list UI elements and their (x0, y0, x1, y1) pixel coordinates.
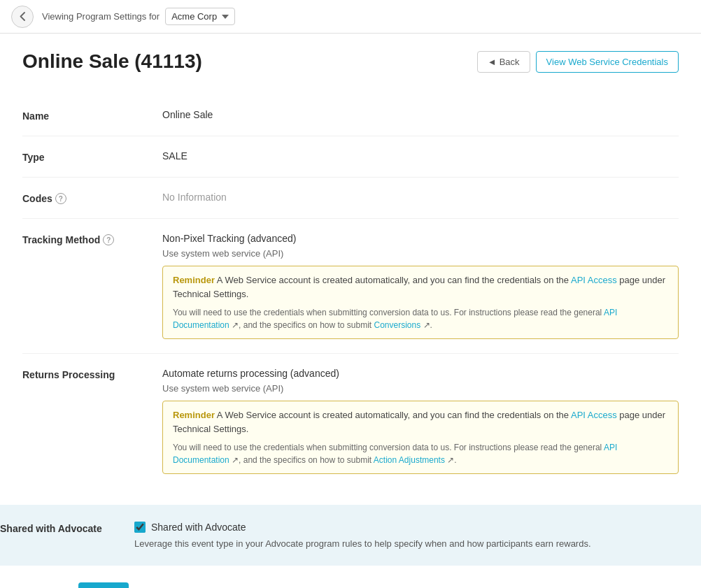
tracking-reminder-note: You will need to use the credentials whe… (173, 306, 668, 331)
tracking-help-icon[interactable]: ? (103, 234, 114, 245)
shared-description: Leverage this event type in your Advocat… (134, 538, 701, 549)
action-row: Cancel Save (0, 582, 701, 588)
returns-value: Automate returns processing (advanced) U… (162, 368, 679, 474)
codes-field-row: Codes ? No Information (22, 178, 679, 219)
title-row: Online Sale (41113) ◄ Back View Web Serv… (22, 50, 679, 73)
program-select[interactable]: Acme Corp (165, 8, 235, 25)
tracking-conversions-link[interactable]: Conversions (374, 320, 421, 330)
type-value: SALE (162, 150, 679, 162)
codes-label: Codes ? (22, 192, 162, 204)
ext-icon-2: ↗ (420, 320, 430, 330)
shared-checkbox-label[interactable]: Shared with Advocate (151, 522, 246, 533)
tracking-value: Non-Pixel Tracking (advanced) Use system… (162, 233, 679, 339)
codes-value: No Information (162, 192, 679, 203)
ext-icon-1: ↗ (229, 320, 239, 330)
back-arrow-button[interactable] (11, 6, 34, 28)
tracking-label: Tracking Method ? (22, 233, 162, 245)
name-field-row: Name Online Sale (22, 95, 679, 136)
type-label: Type (22, 150, 162, 163)
back-button[interactable]: ◄ Back (477, 51, 530, 73)
shared-advocate-checkbox[interactable] (134, 522, 146, 533)
type-field-row: Type SALE (22, 136, 679, 178)
returns-adjustments-link[interactable]: Action Adjustments (374, 455, 445, 465)
page-title: Online Sale (41113) (22, 50, 202, 73)
ext-icon-3: ↗ (229, 455, 239, 465)
shared-field-row: Shared with Advocate Shared with Advocat… (0, 522, 701, 549)
tracking-reminder-label: Reminder (173, 275, 215, 285)
name-label: Name (22, 109, 162, 122)
main-content: Online Sale (41113) ◄ Back View Web Serv… (0, 34, 701, 505)
returns-reminder-label: Reminder (173, 410, 215, 420)
shared-advocate-section: Shared with Advocate Shared with Advocat… (0, 505, 701, 566)
tracking-sub-label: Use system web service (API) (162, 248, 679, 259)
tracking-field-row: Tracking Method ? Non-Pixel Tracking (ad… (22, 219, 679, 354)
returns-sub-label: Use system web service (API) (162, 383, 679, 394)
viewing-label: Viewing Program Settings for (42, 11, 160, 22)
view-credentials-button[interactable]: View Web Service Credentials (536, 51, 679, 73)
top-bar: Viewing Program Settings for Acme Corp (0, 0, 701, 34)
name-value: Online Sale (162, 109, 679, 120)
ext-icon-4: ↗ (445, 455, 454, 465)
shared-checkbox-row: Shared with Advocate (134, 522, 701, 533)
codes-help-icon[interactable]: ? (55, 193, 66, 204)
cancel-button[interactable]: Cancel (22, 582, 70, 588)
back-button-label: Back (500, 57, 520, 67)
returns-reminder-text: A Web Service account is created automat… (215, 410, 571, 420)
returns-label: Returns Processing (22, 368, 162, 380)
tracking-api-access-link[interactable]: API Access (571, 275, 617, 285)
back-chevron-icon: ◄ (488, 57, 497, 67)
shared-label: Shared with Advocate (0, 522, 118, 534)
shared-content: Shared with Advocate Leverage this event… (134, 522, 701, 549)
tracking-reminder-text: A Web Service account is created automat… (215, 275, 571, 285)
returns-method-text: Automate returns processing (advanced) (162, 368, 679, 379)
returns-api-access-link[interactable]: API Access (571, 410, 617, 420)
returns-reminder-box: Reminder A Web Service account is create… (162, 401, 679, 474)
title-actions: ◄ Back View Web Service Credentials (477, 51, 679, 73)
save-button[interactable]: Save (78, 582, 129, 588)
tracking-reminder-box: Reminder A Web Service account is create… (162, 266, 679, 339)
tracking-method-text: Non-Pixel Tracking (advanced) (162, 233, 679, 244)
returns-reminder-note: You will need to use the credentials whe… (173, 441, 668, 466)
returns-field-row: Returns Processing Automate returns proc… (22, 354, 679, 488)
